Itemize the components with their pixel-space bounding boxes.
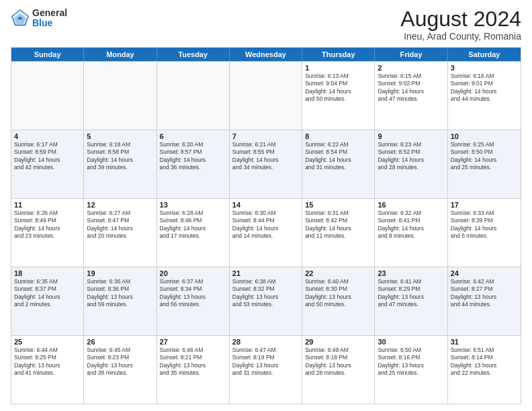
cal-cell-r1-c4: 8Sunrise: 6:22 AM Sunset: 8:54 PM Daylig… [302,130,375,198]
day-number-5: 5 [87,132,153,140]
cell-info-11: Sunrise: 6:26 AM Sunset: 8:49 PM Dayligh… [14,210,81,240]
cell-info-3: Sunrise: 6:16 AM Sunset: 9:01 PM Dayligh… [451,73,518,103]
day-number-7: 7 [232,132,299,140]
cal-cell-r0-c2 [157,62,230,130]
day-number-17: 17 [451,201,518,209]
cal-cell-r1-c0: 4Sunrise: 6:17 AM Sunset: 8:59 PM Daylig… [11,130,84,198]
day-number-31: 31 [451,338,518,346]
cal-row-4: 25Sunrise: 6:44 AM Sunset: 8:25 PM Dayli… [11,335,521,404]
day-number-3: 3 [451,64,518,72]
cal-cell-r4-c0: 25Sunrise: 6:44 AM Sunset: 8:25 PM Dayli… [11,336,84,404]
day-number-24: 24 [451,269,518,277]
day-number-15: 15 [305,201,371,209]
day-number-14: 14 [232,201,299,209]
cell-info-13: Sunrise: 6:28 AM Sunset: 8:46 PM Dayligh… [160,210,226,240]
cal-cell-r0-c4: 1Sunrise: 6:13 AM Sunset: 9:04 PM Daylig… [302,62,375,130]
cal-row-1: 4Sunrise: 6:17 AM Sunset: 8:59 PM Daylig… [11,130,521,198]
cell-info-21: Sunrise: 6:38 AM Sunset: 8:32 PM Dayligh… [232,278,299,309]
month-title: August 2024 [400,8,521,30]
cal-cell-r3-c3: 21Sunrise: 6:38 AM Sunset: 8:32 PM Dayli… [230,267,302,335]
cal-row-2: 11Sunrise: 6:26 AM Sunset: 8:49 PM Dayli… [11,198,521,267]
cell-info-10: Sunrise: 6:25 AM Sunset: 8:50 PM Dayligh… [451,141,518,172]
calendar-body: 1Sunrise: 6:13 AM Sunset: 9:04 PM Daylig… [11,61,521,404]
cal-cell-r0-c3 [230,62,302,130]
cell-info-1: Sunrise: 6:13 AM Sunset: 9:04 PM Dayligh… [305,73,371,103]
cal-cell-r4-c2: 27Sunrise: 6:46 AM Sunset: 8:21 PM Dayli… [157,336,230,404]
header-tuesday: Tuesday [157,48,230,61]
cell-info-30: Sunrise: 6:50 AM Sunset: 8:16 PM Dayligh… [378,347,444,377]
cal-cell-r1-c1: 5Sunrise: 6:18 AM Sunset: 8:58 PM Daylig… [84,130,157,198]
page: General Blue August 2024 Ineu, Arad Coun… [0,0,532,411]
cal-cell-r4-c4: 29Sunrise: 6:49 AM Sunset: 8:18 PM Dayli… [302,336,375,404]
cell-info-6: Sunrise: 6:20 AM Sunset: 8:57 PM Dayligh… [160,141,226,172]
cell-info-19: Sunrise: 6:36 AM Sunset: 8:36 PM Dayligh… [87,278,153,309]
cell-info-12: Sunrise: 6:27 AM Sunset: 8:47 PM Dayligh… [87,210,153,240]
cell-info-8: Sunrise: 6:22 AM Sunset: 8:54 PM Dayligh… [305,141,371,172]
day-number-29: 29 [305,338,371,346]
cell-info-9: Sunrise: 6:23 AM Sunset: 8:52 PM Dayligh… [378,141,444,172]
cal-cell-r4-c3: 28Sunrise: 6:47 AM Sunset: 8:19 PM Dayli… [230,336,302,404]
header: General Blue August 2024 Ineu, Arad Coun… [11,8,521,42]
day-number-18: 18 [14,269,81,277]
cal-cell-r0-c5: 2Sunrise: 6:15 AM Sunset: 9:02 PM Daylig… [375,62,447,130]
day-number-6: 6 [160,132,226,140]
header-sunday: Sunday [11,48,84,61]
cell-info-14: Sunrise: 6:30 AM Sunset: 8:44 PM Dayligh… [232,210,299,240]
cal-cell-r3-c0: 18Sunrise: 6:35 AM Sunset: 8:37 PM Dayli… [11,267,84,335]
day-number-25: 25 [14,338,81,346]
cal-cell-r4-c6: 31Sunrise: 6:51 AM Sunset: 8:14 PM Dayli… [448,336,521,404]
cell-info-22: Sunrise: 6:40 AM Sunset: 8:30 PM Dayligh… [305,278,371,309]
day-number-20: 20 [160,269,226,277]
cal-cell-r2-c6: 17Sunrise: 6:33 AM Sunset: 8:39 PM Dayli… [448,199,521,267]
cal-cell-r2-c4: 15Sunrise: 6:31 AM Sunset: 8:42 PM Dayli… [302,199,375,267]
day-number-30: 30 [378,338,444,346]
cell-info-5: Sunrise: 6:18 AM Sunset: 8:58 PM Dayligh… [87,141,153,172]
calendar: Sunday Monday Tuesday Wednesday Thursday… [11,47,521,404]
header-saturday: Saturday [448,48,521,61]
header-thursday: Thursday [302,48,375,61]
cal-row-3: 18Sunrise: 6:35 AM Sunset: 8:37 PM Dayli… [11,267,521,335]
cal-cell-r0-c0 [11,62,84,130]
day-number-11: 11 [14,201,81,209]
logo-icon [11,9,30,28]
day-number-26: 26 [87,338,153,346]
cal-cell-r3-c4: 22Sunrise: 6:40 AM Sunset: 8:30 PM Dayli… [302,267,375,335]
day-number-13: 13 [160,201,226,209]
cell-info-15: Sunrise: 6:31 AM Sunset: 8:42 PM Dayligh… [305,210,371,240]
day-number-23: 23 [378,269,444,277]
day-number-22: 22 [305,269,371,277]
day-number-21: 21 [232,269,299,277]
cell-info-4: Sunrise: 6:17 AM Sunset: 8:59 PM Dayligh… [14,141,81,172]
day-number-9: 9 [378,132,444,140]
cell-info-18: Sunrise: 6:35 AM Sunset: 8:37 PM Dayligh… [14,278,81,309]
cal-cell-r0-c6: 3Sunrise: 6:16 AM Sunset: 9:01 PM Daylig… [448,62,521,130]
cal-cell-r3-c2: 20Sunrise: 6:37 AM Sunset: 8:34 PM Dayli… [157,267,230,335]
day-number-27: 27 [160,338,226,346]
cell-info-20: Sunrise: 6:37 AM Sunset: 8:34 PM Dayligh… [160,278,226,309]
cal-cell-r2-c5: 16Sunrise: 6:32 AM Sunset: 8:41 PM Dayli… [375,199,447,267]
cell-info-29: Sunrise: 6:49 AM Sunset: 8:18 PM Dayligh… [305,347,371,377]
cell-info-17: Sunrise: 6:33 AM Sunset: 8:39 PM Dayligh… [451,210,518,240]
day-number-28: 28 [232,338,299,346]
title-block: August 2024 Ineu, Arad County, Romania [400,8,521,42]
cell-info-2: Sunrise: 6:15 AM Sunset: 9:02 PM Dayligh… [378,73,444,103]
cal-row-0: 1Sunrise: 6:13 AM Sunset: 9:04 PM Daylig… [11,61,521,130]
header-wednesday: Wednesday [230,48,302,61]
cal-cell-r2-c1: 12Sunrise: 6:27 AM Sunset: 8:47 PM Dayli… [84,199,157,267]
cell-info-28: Sunrise: 6:47 AM Sunset: 8:19 PM Dayligh… [232,347,299,377]
day-number-8: 8 [305,132,371,140]
cal-cell-r4-c1: 26Sunrise: 6:45 AM Sunset: 8:23 PM Dayli… [84,336,157,404]
cell-info-24: Sunrise: 6:42 AM Sunset: 8:27 PM Dayligh… [451,278,518,309]
cal-cell-r4-c5: 30Sunrise: 6:50 AM Sunset: 8:16 PM Dayli… [375,336,447,404]
header-friday: Friday [375,48,447,61]
cell-info-25: Sunrise: 6:44 AM Sunset: 8:25 PM Dayligh… [14,347,81,377]
cell-info-7: Sunrise: 6:21 AM Sunset: 8:55 PM Dayligh… [232,141,299,172]
cal-cell-r2-c0: 11Sunrise: 6:26 AM Sunset: 8:49 PM Dayli… [11,199,84,267]
cal-cell-r1-c2: 6Sunrise: 6:20 AM Sunset: 8:57 PM Daylig… [157,130,230,198]
day-number-10: 10 [451,132,518,140]
day-number-4: 4 [14,132,81,140]
cal-cell-r3-c6: 24Sunrise: 6:42 AM Sunset: 8:27 PM Dayli… [448,267,521,335]
cal-cell-r3-c5: 23Sunrise: 6:41 AM Sunset: 8:29 PM Dayli… [375,267,447,335]
cal-cell-r3-c1: 19Sunrise: 6:36 AM Sunset: 8:36 PM Dayli… [84,267,157,335]
cell-info-31: Sunrise: 6:51 AM Sunset: 8:14 PM Dayligh… [451,347,518,377]
